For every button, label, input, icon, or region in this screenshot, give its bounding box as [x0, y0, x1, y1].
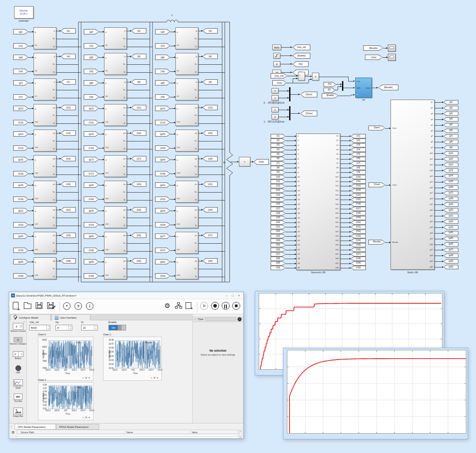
from-tag-I18[interactable]: [I18] — [271, 211, 286, 215]
pwm-module-block-16[interactable]: g V16 i16 N+ N- — [33, 155, 56, 177]
goto-tag-I17[interactable]: [I17] — [131, 156, 146, 161]
palette-item-text-box[interactable]: abc Text Box — [9, 394, 27, 403]
settings-button[interactable]: * — [63, 302, 71, 310]
pwm-module-block-18[interactable]: g V18 i18 N+ N- — [175, 155, 198, 177]
from-tag-I5[interactable]: [I5] — [271, 152, 286, 156]
goto-tag-V13[interactable]: [V13] — [351, 189, 366, 193]
goto-tag-g27[interactable]: [g27] — [443, 248, 458, 252]
from-tag-Moudle[interactable]: [Moudle] — [363, 45, 383, 51]
from-tag-g21[interactable]: [g21] — [155, 182, 170, 188]
goto-tag-I15[interactable]: [I15] — [203, 130, 218, 136]
from-tag-g18[interactable]: [g18] — [155, 157, 170, 162]
table-scrollbar[interactable]: ▴▾ — [239, 430, 242, 438]
goto-tag-g29[interactable]: [g29] — [443, 259, 458, 264]
from-tag-I26[interactable]: [I26] — [271, 248, 286, 252]
palette-item-numeric-control[interactable]: 0▴▾ Numeric Control — [9, 323, 27, 333]
from-tag-V18[interactable]: [V18] — [155, 171, 170, 176]
zoom-icon[interactable]: ⊕ — [85, 377, 87, 379]
from-tag-Vdc_ref[interactable]: [Vdc_ref] — [271, 73, 287, 78]
goto-tag-g15[interactable]: [g15] — [443, 180, 458, 184]
from-tag-V21[interactable]: [V21] — [155, 197, 170, 202]
voltage-measurement-block[interactable]: v — [239, 157, 250, 167]
from-tag-I8[interactable]: [I8] — [271, 166, 286, 170]
goto-tag-V30[interactable]: [V30] — [351, 266, 366, 270]
from-tag-V23[interactable]: [V23] — [84, 222, 99, 227]
crosshair-icon[interactable]: + — [82, 377, 84, 379]
product-block[interactable]: × — [312, 73, 319, 81]
sum-block[interactable]: +− — [298, 72, 305, 81]
from-tag-g30[interactable]: [g30] — [155, 259, 170, 264]
goto-tag-I27[interactable]: [I27] — [203, 233, 218, 238]
pwm-module-block-26[interactable]: g V26 i26 N+ N- — [104, 232, 127, 254]
pi-controller-block[interactable]: error KpKi ⟳ output — [355, 78, 372, 98]
from-tag-g28[interactable]: [g28] — [13, 259, 28, 264]
pwm-module-block-5[interactable]: g V5 i5 N+ N- — [104, 53, 127, 75]
from-tag-V15[interactable]: [V15] — [155, 145, 170, 151]
goto-tag-g6[interactable]: [g6] — [443, 129, 458, 133]
goto-tag-V17[interactable]: [V17] — [351, 207, 366, 211]
goto-tag-V11[interactable]: [V11] — [351, 179, 366, 184]
goto-tag-V5[interactable]: [V5] — [351, 152, 366, 156]
crosshair-icon[interactable]: + — [82, 416, 84, 419]
chart2-widget[interactable]: 0.980.970.960.950.940.930.920.91102.6102… — [38, 382, 93, 420]
from-tag-I22[interactable]: [I22] — [271, 230, 286, 234]
zoom-icon[interactable]: ⊕ — [85, 416, 87, 419]
goto-tag-V21[interactable]: [V21] — [351, 225, 366, 229]
from-tag-g25[interactable]: [g25] — [13, 234, 28, 239]
pwm-module-block-28[interactable]: g V28 i28 N+ N- — [33, 257, 56, 279]
from-tag-V24[interactable]: [V24] — [155, 222, 170, 227]
goto-tag-I11[interactable]: [I11] — [131, 105, 146, 110]
from-tag-V13[interactable]: [V13] — [13, 145, 28, 151]
goto-tag-g12[interactable]: [g12] — [443, 163, 458, 167]
from-tag-g22[interactable]: [g22] — [13, 208, 28, 213]
from-tag-g15[interactable]: [g15] — [155, 131, 170, 137]
constant-block[interactable]: 1 — [271, 95, 279, 100]
constant-block[interactable]: 1 — [271, 107, 279, 112]
powergui-block[interactable]: Discrete, 1e-06 s. — [14, 6, 33, 19]
maximize-button[interactable]: □ — [232, 294, 234, 297]
from-tag-I10[interactable]: [I10] — [271, 175, 286, 179]
goto-tag-I24[interactable]: [I24] — [203, 207, 218, 212]
from-tag-I27[interactable]: [I27] — [271, 252, 286, 256]
palette-item-numeric-indicator[interactable]: 0 Numeric Indicator — [9, 337, 27, 345]
pwm-module-block-25[interactable]: g V25 i25 N+ N- — [33, 232, 56, 254]
kp-input[interactable]: 8▴▾ — [56, 325, 72, 330]
from-tag-I28[interactable]: [I28] — [271, 256, 286, 261]
palette-item-button[interactable]: 0I Button — [9, 351, 27, 360]
pwm-module-block-17[interactable]: g V17 i17 N+ N- — [104, 155, 127, 177]
goto-tag-g3[interactable]: [g3] — [443, 111, 458, 116]
from-tag-I7[interactable]: [I7] — [271, 161, 286, 166]
from-tag-I2[interactable]: [I2] — [271, 138, 286, 143]
pwm-module-block-11[interactable]: g V11 i11 N+ N- — [104, 104, 127, 126]
help-button[interactable]: ? — [74, 302, 82, 310]
goto-tag-V1[interactable]: [V1] — [351, 134, 366, 138]
from-tag-I15[interactable]: [I15] — [271, 197, 286, 202]
tab-cpu-parameters[interactable]: CPU Model Parameters — [15, 424, 56, 430]
from-tag-Enable[interactable]: [Enable] — [322, 93, 338, 98]
pwm-module-block-14[interactable]: g V14 i14 N+ N- — [104, 130, 127, 152]
new-file-button[interactable] — [13, 302, 19, 309]
from-tag-I12[interactable]: [I12] — [271, 184, 286, 188]
from-tag-I23[interactable]: [I23] — [271, 234, 286, 238]
from-tag-I16[interactable]: [I16] — [271, 202, 286, 207]
pan-icon[interactable]: ≡ — [89, 416, 90, 419]
from-tag-I11[interactable]: [I11] — [271, 179, 286, 184]
from-tag-g20[interactable]: [g20] — [84, 182, 99, 188]
pwm-module-block-13[interactable]: g V13 i13 N+ N- — [33, 130, 56, 152]
from-tag-V29[interactable]: [V29] — [84, 273, 99, 278]
goto-tag-V6[interactable]: [V6] — [351, 157, 366, 161]
goto-tag-I20[interactable]: [I20] — [131, 182, 146, 187]
goto-tag-V15[interactable]: [V15] — [351, 197, 366, 202]
pan-icon[interactable]: ≡ — [157, 377, 158, 379]
from-tag-V6[interactable]: [V6] — [155, 69, 170, 74]
goto-tag-g2[interactable]: [g2] — [443, 106, 458, 110]
vdcref-input[interactable]: 8000▴▾ — [29, 325, 50, 330]
pwm-module-block-22[interactable]: g V22 i22 N+ N- — [33, 206, 56, 228]
from-tag-V14[interactable]: [V14] — [84, 145, 99, 151]
pwm-module-block-6[interactable]: g V6 i6 N+ N- — [175, 53, 198, 75]
from-tag-I29[interactable]: [I29] — [271, 261, 286, 266]
from-tag-V8[interactable]: [V8] — [84, 94, 99, 100]
pwm-module-block-19[interactable]: g V19 i19 N+ N- — [33, 181, 56, 203]
display-block[interactable] — [388, 45, 396, 52]
about-button[interactable]: i — [86, 302, 93, 310]
